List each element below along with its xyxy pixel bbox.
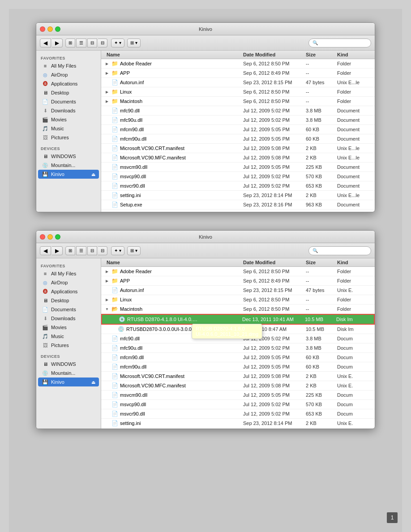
- file-row[interactable]: 📄 mfc90u.dll Jul 12, 2009 5:02 PM 3.8 MB…: [101, 116, 375, 125]
- view-flow-btn-2[interactable]: ⊟: [98, 246, 107, 255]
- sidebar-label-music: Music: [51, 126, 64, 131]
- sidebar-item-downloads-2[interactable]: ⬇ Downloads: [38, 314, 99, 323]
- file-row[interactable]: 📄 msvcm90.dll Jul 12, 2009 5:05 PM 225 K…: [101, 390, 375, 400]
- file-row[interactable]: ▶ 📁 Skin Sep 7, 2012 1:59 AM -- Folder: [101, 210, 375, 212]
- file-row[interactable]: 📄 mfcm90u.dll Jul 12, 2009 5:05 PM 60 KB…: [101, 134, 375, 144]
- sidebar-item-desktop[interactable]: 🖥 Desktop: [38, 88, 99, 97]
- search-box-2[interactable]: 🔍: [308, 246, 371, 255]
- file-row[interactable]: ▼ 📂 Macintosh Sep 6, 2012 8:50 PM -- Fol…: [101, 305, 375, 314]
- sidebar-item-windows[interactable]: 🖥 WINDOWS: [38, 152, 99, 161]
- forward-button-2[interactable]: ▶: [52, 246, 63, 255]
- file-row[interactable]: 📄 Autorun.inf Sep 23, 2012 8:15 PM 47 by…: [101, 286, 375, 295]
- sidebar-item-all-my-files-2[interactable]: ≡ All My Files: [38, 269, 99, 278]
- minimize-button[interactable]: [47, 26, 53, 32]
- file-row[interactable]: 📄 mfcm90.dll Jul 12, 2009 5:05 PM 60 KB …: [101, 353, 375, 362]
- file-row[interactable]: 📄 msvcr90.dll Jul 12, 2009 5:02 PM 653 K…: [101, 181, 375, 191]
- maximize-button[interactable]: [55, 26, 60, 32]
- all-my-files-icon: ≡: [42, 62, 49, 69]
- file-row[interactable]: 📄 Setup.exe Sep 23, 2012 8:16 PM 963 KB …: [101, 428, 375, 429]
- file-row[interactable]: 📄 setting.ini Sep 23, 2012 8:14 PM 2 KB …: [101, 191, 375, 200]
- back-button[interactable]: ◀: [40, 39, 51, 47]
- expand-arrow[interactable]: ▶: [105, 61, 109, 66]
- view-list-btn[interactable]: ☰: [76, 39, 86, 47]
- file-row[interactable]: 📄 Microsoft.VC90.MFC.manifest Jul 12, 20…: [101, 381, 375, 390]
- file-row[interactable]: 📄 setting.ini Sep 23, 2012 8:14 PM 2 KB …: [101, 419, 375, 428]
- close-button[interactable]: [40, 26, 45, 32]
- search-box-1[interactable]: 🔍: [308, 39, 371, 47]
- arrange-button[interactable]: ⊞ ▾: [127, 39, 141, 47]
- sidebar-item-movies-2[interactable]: 🎬 Movies: [38, 323, 99, 332]
- file-row[interactable]: 📄 msvcp90.dll Jul 12, 2009 5:02 PM 570 K…: [101, 400, 375, 409]
- expand-arrow[interactable]: ▶: [105, 269, 109, 274]
- view-icon-btn[interactable]: ⊞: [65, 39, 75, 47]
- sidebar-item-documents-2[interactable]: 📄 Documents: [38, 305, 99, 314]
- eject-icon-2[interactable]: ⏏: [91, 380, 95, 385]
- expand-arrow[interactable]: ▶: [105, 90, 109, 94]
- eject-icon[interactable]: ⏏: [91, 172, 95, 177]
- sidebar-item-mountain-2[interactable]: 💿 Mountain...: [38, 369, 99, 378]
- sidebar-item-all-my-files[interactable]: ≡ All My Files: [38, 61, 99, 70]
- file-row[interactable]: ▶ 📁 Macintosh Sep 6, 2012 8:50 PM -- Fol…: [101, 97, 375, 106]
- file-date: Jul 12, 2009 5:05 PM: [241, 164, 304, 170]
- close-button-2[interactable]: [40, 234, 45, 240]
- file-row[interactable]: ▶ 📁 Adobe Reader Sep 6, 2012 8:50 PM -- …: [101, 267, 375, 276]
- sidebar-item-airdrop[interactable]: ◎ AirDrop: [38, 70, 99, 79]
- file-name: msvcm90.dll: [120, 164, 147, 170]
- view-icon-btn-2[interactable]: ⊞: [65, 246, 75, 255]
- expand-arrow[interactable]: ▶: [105, 99, 109, 103]
- file-row[interactable]: 📄 msvcm90.dll Jul 12, 2009 5:05 PM 225 K…: [101, 163, 375, 172]
- file-row[interactable]: 📄 mfcm90u.dll Jul 12, 2009 5:05 PM 60 KB…: [101, 362, 375, 372]
- sidebar-item-pictures[interactable]: 🖼 Pictures: [38, 133, 99, 142]
- file-row[interactable]: 📄 Microsoft.VC90.CRT.manifest Jul 12, 20…: [101, 372, 375, 381]
- sidebar-item-pictures-2[interactable]: 🖼 Pictures: [38, 341, 99, 350]
- file-row[interactable]: 📄 msvcp90.dll Jul 12, 2009 5:02 PM 570 K…: [101, 172, 375, 181]
- sidebar-item-downloads[interactable]: ⬇ Downloads: [38, 106, 99, 115]
- file-row[interactable]: ▶ 📁 Adobe Reader Sep 6, 2012 8:50 PM -- …: [101, 59, 375, 69]
- movies-icon-2: 🎬: [42, 324, 49, 331]
- view-col-btn-2[interactable]: ⊟: [87, 246, 97, 255]
- sidebar-item-applications-2[interactable]: 🅐 Applications: [38, 287, 99, 296]
- file-row[interactable]: 📄 Autorun.inf Sep 23, 2012 8:15 PM 47 by…: [101, 78, 375, 87]
- highlighted-file-row[interactable]: 💿 RTUSB D2870-4.1.8.0 UI-4.0.6.0_2011_10…: [101, 314, 375, 325]
- sidebar-item-airdrop-2[interactable]: ◎ AirDrop: [38, 278, 99, 287]
- sidebar-item-music-2[interactable]: 🎵 Music: [38, 332, 99, 341]
- gear-button[interactable]: ✦ ▾: [111, 39, 124, 47]
- sidebar-item-mountain[interactable]: 💿 Mountain...: [38, 161, 99, 170]
- forward-button[interactable]: ▶: [52, 39, 63, 47]
- file-row[interactable]: 📄 msvcr90.dll Jul 12, 2009 5:02 PM 653 K…: [101, 409, 375, 419]
- sidebar-label-documents-2: Documents: [51, 307, 76, 312]
- sidebar-item-desktop-2[interactable]: 🖥 Desktop: [38, 296, 99, 305]
- sidebar-item-kinivo[interactable]: 💾 Kinivo ⏏: [38, 170, 99, 179]
- expand-arrow[interactable]: ▶: [105, 71, 109, 75]
- gear-button-2[interactable]: ✦ ▾: [111, 246, 124, 255]
- sidebar-item-documents[interactable]: 📄 Documents: [38, 97, 99, 106]
- view-col-btn[interactable]: ⊟: [87, 39, 97, 47]
- file-row[interactable]: ▶ 📁 APP Sep 6, 2012 8:49 PM -- Folder: [101, 69, 375, 78]
- file-row[interactable]: 📄 mfc90.dll Jul 12, 2009 5:02 PM 3.8 MB …: [101, 106, 375, 116]
- back-button-2[interactable]: ◀: [40, 246, 51, 255]
- sidebar-item-kinivo-2[interactable]: 💾 Kinivo ⏏: [38, 378, 99, 386]
- view-flow-btn[interactable]: ⊟: [98, 39, 107, 47]
- file-row[interactable]: 📄 Microsoft.VC90.CRT.manifest Jul 12, 20…: [101, 144, 375, 153]
- file-row[interactable]: ▶ 📁 Linux Sep 6, 2012 8:50 PM -- Folder: [101, 295, 375, 305]
- kinivo-icon-2: 💾: [42, 378, 49, 386]
- file-name: msvcp90.dll: [120, 174, 146, 179]
- expand-arrow[interactable]: ▶: [105, 279, 109, 283]
- expand-arrow[interactable]: ▼: [105, 307, 109, 311]
- minimize-button-2[interactable]: [47, 234, 53, 240]
- file-row[interactable]: 📄 Setup.exe Sep 23, 2012 8:16 PM 963 KB …: [101, 200, 375, 210]
- file-row[interactable]: ▶ 📁 APP Sep 6, 2012 8:49 PM -- Folder: [101, 276, 375, 286]
- sidebar-item-applications[interactable]: 🅐 Applications: [38, 79, 99, 88]
- file-date: Sep 23, 2012 8:16 PM: [241, 202, 304, 207]
- expand-arrow[interactable]: ▶: [105, 297, 109, 302]
- file-row[interactable]: 📄 mfcm90.dll Jul 12, 2009 5:05 PM 60 KB …: [101, 125, 375, 134]
- view-list-btn-2[interactable]: ☰: [76, 246, 86, 255]
- sidebar-item-music[interactable]: 🎵 Music: [38, 124, 99, 133]
- file-row[interactable]: ▶ 📁 Linux Sep 6, 2012 8:50 PM -- Folder: [101, 87, 375, 97]
- file-row[interactable]: 📄 mfc90u.dll Jul 12, 2009 5:02 PM 3.8 MB…: [101, 343, 375, 353]
- maximize-button-2[interactable]: [55, 234, 60, 240]
- file-row[interactable]: 📄 Microsoft.VC90.MFC.manifest Jul 12, 20…: [101, 153, 375, 163]
- sidebar-item-windows-2[interactable]: 🖥 WINDOWS: [38, 360, 99, 369]
- sidebar-item-movies[interactable]: 🎬 Movies: [38, 115, 99, 124]
- arrange-button-2[interactable]: ⊞ ▾: [127, 246, 141, 255]
